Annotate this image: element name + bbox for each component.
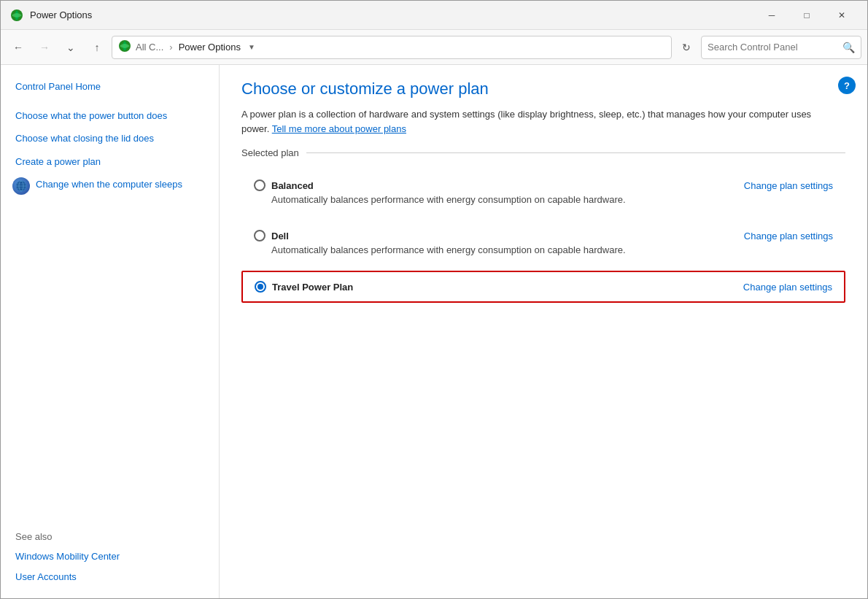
sidebar-item-create-power-plan[interactable]: Create a power plan xyxy=(1,152,219,172)
plan-change-link-dell[interactable]: Change plan settings xyxy=(744,231,833,241)
plan-radio-dell[interactable] xyxy=(254,230,266,241)
back-button[interactable]: ← xyxy=(7,36,30,59)
plan-name-row-travel: Travel Power Plan xyxy=(255,281,353,293)
address-dropdown-arrow[interactable]: ▼ xyxy=(248,43,255,51)
plan-name-dell: Dell xyxy=(271,231,289,241)
help-button[interactable]: ? xyxy=(838,77,856,94)
main-content: Control Panel Home Choose what the power… xyxy=(1,65,867,598)
search-icon: 🔍 xyxy=(842,42,855,53)
refresh-button[interactable]: ↻ xyxy=(675,36,698,59)
plan-row-dell: Dell Change plan settings xyxy=(254,230,833,241)
sidebar-item-power-button[interactable]: Choose what the power button does xyxy=(1,106,219,126)
page-title: Choose or customize a power plan xyxy=(241,80,845,98)
forward-button[interactable]: → xyxy=(33,36,56,59)
recent-button[interactable]: ⌄ xyxy=(59,36,82,59)
sidebar-item-windows-mobility[interactable]: Windows Mobility Center xyxy=(1,546,219,567)
globe-icon xyxy=(12,177,30,195)
plan-change-link-balanced[interactable]: Change plan settings xyxy=(744,180,833,191)
app-icon xyxy=(9,8,24,23)
sidebar-item-change-sleep-label: Change when the computer sleeps xyxy=(36,177,182,192)
page-description: A power plan is a collection of hardware… xyxy=(241,107,840,136)
plan-radio-balanced[interactable] xyxy=(254,179,266,191)
plan-desc-balanced: Automatically balances performance with … xyxy=(271,194,833,205)
plan-name-row-dell: Dell xyxy=(254,230,289,241)
plan-item-balanced: Balanced Change plan settings Automatica… xyxy=(241,170,845,215)
search-input[interactable] xyxy=(708,42,840,53)
minimize-button[interactable]: ─ xyxy=(755,4,788,27)
learn-more-link[interactable]: Tell me more about power plans xyxy=(272,123,406,134)
main-window: Power Options ─ □ ✕ ← → ⌄ ↑ All C... › P… xyxy=(0,0,868,599)
sidebar-item-control-panel-home[interactable]: Control Panel Home xyxy=(1,77,219,97)
window-title: Power Options xyxy=(30,9,755,20)
address-current: Power Options xyxy=(179,42,241,53)
sidebar-item-change-sleep[interactable]: Change when the computer sleeps xyxy=(1,174,219,198)
see-also-label: See also xyxy=(1,514,219,546)
plan-name-balanced: Balanced xyxy=(271,180,314,191)
plan-row-travel: Travel Power Plan Change plan settings xyxy=(255,281,832,293)
close-button[interactable]: ✕ xyxy=(825,4,859,27)
plan-item-travel: Travel Power Plan Change plan settings xyxy=(241,271,845,303)
title-bar: Power Options ─ □ ✕ xyxy=(1,1,867,30)
plan-name-travel: Travel Power Plan xyxy=(272,282,353,293)
plan-desc-dell: Automatically balances performance with … xyxy=(271,244,833,255)
address-crumb: All C... xyxy=(136,42,163,53)
address-separator: › xyxy=(169,42,172,53)
selected-plan-label: Selected plan xyxy=(241,147,299,158)
plan-row-balanced: Balanced Change plan settings xyxy=(254,179,833,191)
sidebar-item-user-accounts[interactable]: User Accounts xyxy=(1,567,219,587)
address-bar: ← → ⌄ ↑ All C... › Power Options ▼ ↻ 🔍 xyxy=(1,30,867,65)
selected-plan-divider: Selected plan xyxy=(241,147,845,158)
sidebar-item-closing-lid[interactable]: Choose what closing the lid does xyxy=(1,128,219,149)
plan-change-link-travel[interactable]: Change plan settings xyxy=(743,282,832,293)
plan-name-row-balanced: Balanced xyxy=(254,179,314,191)
content-area: ? Choose or customize a power plan A pow… xyxy=(220,65,867,598)
plan-item-dell: Dell Change plan settings Automatically … xyxy=(241,220,845,265)
address-box[interactable]: All C... › Power Options ▼ xyxy=(112,36,672,59)
maximize-button[interactable]: □ xyxy=(790,4,824,27)
sidebar: Control Panel Home Choose what the power… xyxy=(1,65,220,598)
plan-radio-travel[interactable] xyxy=(255,281,266,293)
search-box[interactable]: 🔍 xyxy=(701,36,861,59)
up-button[interactable]: ↑ xyxy=(85,36,109,59)
address-icon xyxy=(118,39,131,55)
window-controls: ─ □ ✕ xyxy=(755,4,859,27)
divider-line xyxy=(306,152,845,153)
